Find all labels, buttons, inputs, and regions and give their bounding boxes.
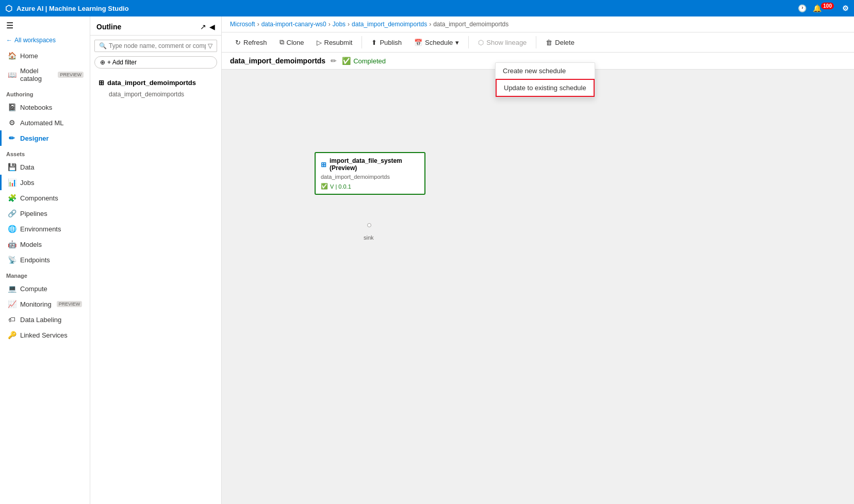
sidebar-item-linked-services[interactable]: 🔑 Linked Services xyxy=(0,327,90,343)
sidebar-item-data-labeling[interactable]: 🏷 Data Labeling xyxy=(0,312,90,327)
monitoring-icon: 📈 xyxy=(8,300,16,308)
resubmit-icon: ▷ xyxy=(317,39,322,46)
outline-title: Outline xyxy=(96,23,121,31)
model-catalog-icon: 📖 xyxy=(8,71,16,79)
sidebar-item-models[interactable]: 🤖 Models xyxy=(0,237,90,252)
node-card-status: ✅ V | 0.0.1 xyxy=(321,183,419,190)
settings-icon[interactable]: ⚙ xyxy=(842,4,849,12)
create-new-schedule-item[interactable]: Create new schedule xyxy=(496,63,595,79)
filter-icon[interactable]: ▽ xyxy=(208,42,212,49)
outline-collapse-icon[interactable]: ◀ xyxy=(209,23,215,31)
refresh-button[interactable]: ↻ Refresh xyxy=(230,36,272,49)
outline-header: Outline ↗ ◀ xyxy=(90,16,221,36)
automated-ml-icon: ⚙ xyxy=(8,119,16,127)
toolbar-divider-1 xyxy=(362,36,362,48)
publish-icon: ⬆ xyxy=(371,39,377,46)
all-workspaces-link[interactable]: ← All workspaces xyxy=(0,35,90,48)
sidebar-item-environments[interactable]: 🌐 Environments xyxy=(0,221,90,237)
endpoints-icon: 📡 xyxy=(8,256,16,264)
breadcrumb-microsoft[interactable]: Microsoft xyxy=(230,21,255,28)
clone-icon: ⧉ xyxy=(280,38,284,46)
node-connector xyxy=(367,223,371,227)
azure-logo: ⬡ xyxy=(5,4,12,13)
node-status-icon: ✅ xyxy=(321,183,328,190)
sidebar-item-home[interactable]: 🏠 Home xyxy=(0,48,90,63)
delete-button[interactable]: 🗑 Delete xyxy=(540,36,580,49)
sidebar-item-model-catalog[interactable]: 📖 Model catalog PREVIEW xyxy=(0,63,90,86)
schedule-dropdown: Create new schedule Update to existing s… xyxy=(495,62,595,97)
sidebar-item-jobs[interactable]: 📊 Jobs xyxy=(0,175,90,190)
sidebar-item-components[interactable]: 🧩 Components xyxy=(0,190,90,206)
node-icon: ⊞ xyxy=(321,161,326,169)
update-existing-schedule-item[interactable]: Update to existing schedule xyxy=(496,79,595,97)
breadcrumb-jobs[interactable]: Jobs xyxy=(333,21,346,28)
node-sink-label: sink xyxy=(364,234,374,241)
job-name: data_import_demoimportds xyxy=(230,57,325,65)
home-icon: 🏠 xyxy=(8,52,16,60)
schedule-chevron-icon: ▾ xyxy=(455,39,459,46)
authoring-section-label: Authoring xyxy=(0,86,90,99)
show-lineage-button[interactable]: ⬡ Show lineage xyxy=(473,36,532,49)
main-content: Microsoft › data-import-canary-ws0 › Job… xyxy=(222,16,854,504)
breadcrumb: Microsoft › data-import-canary-ws0 › Job… xyxy=(222,16,854,32)
node-card[interactable]: ⊞ import_data_file_system (Preview) data… xyxy=(315,152,425,195)
status-check-icon: ✅ xyxy=(342,57,351,65)
sidebar-item-endpoints[interactable]: 📡 Endpoints xyxy=(0,252,90,267)
outline-tree: ⊞ data_import_demoimportds data_import_d… xyxy=(90,73,221,104)
sidebar-item-monitoring[interactable]: 📈 Monitoring PREVIEW xyxy=(0,296,90,312)
designer-icon: ✏ xyxy=(8,134,16,142)
outline-search[interactable]: 🔍 ▽ xyxy=(94,40,217,52)
outline-actions: ↗ ◀ xyxy=(200,23,215,31)
add-filter-button[interactable]: ⊕ + Add filter xyxy=(94,56,217,69)
node-card-header: ⊞ import_data_file_system (Preview) xyxy=(321,157,419,172)
search-input[interactable] xyxy=(109,42,206,49)
sidebar-item-data[interactable]: 💾 Data xyxy=(0,159,90,175)
tree-child-item[interactable]: data_import_demoimportds xyxy=(94,89,217,100)
left-nav: ☰ ← All workspaces 🏠 Home 📖 Model catalo… xyxy=(0,16,90,504)
notification-area[interactable]: 🔔 100 xyxy=(813,4,836,12)
outline-export-icon[interactable]: ↗ xyxy=(200,23,206,31)
sidebar-item-compute[interactable]: 💻 Compute xyxy=(0,281,90,296)
breadcrumb-job-parent[interactable]: data_import_demoimportds xyxy=(352,21,427,28)
schedule-icon: 📅 xyxy=(414,39,422,46)
clock-icon[interactable]: 🕐 xyxy=(798,4,807,12)
toolbar: ↻ Refresh ⧉ Clone ▷ Resubmit ⬆ Publish 📅… xyxy=(222,32,854,53)
add-filter-icon: ⊕ xyxy=(100,59,105,66)
job-status: ✅ Completed xyxy=(342,57,386,65)
monitoring-preview-badge: PREVIEW xyxy=(57,301,83,307)
resubmit-button[interactable]: ▷ Resubmit xyxy=(311,36,358,49)
app-layout: ☰ ← All workspaces 🏠 Home 📖 Model catalo… xyxy=(0,16,854,504)
schedule-button[interactable]: 📅 Schedule ▾ xyxy=(409,36,464,49)
sidebar-item-designer[interactable]: ✏ Designer xyxy=(0,130,90,146)
tree-parent-icon: ⊞ xyxy=(98,79,104,87)
linked-services-icon: 🔑 xyxy=(8,331,16,339)
back-icon: ← xyxy=(6,37,12,44)
toolbar-divider-3 xyxy=(536,36,536,48)
breadcrumb-workspace[interactable]: data-import-canary-ws0 xyxy=(261,21,326,28)
sidebar-item-notebooks[interactable]: 📓 Notebooks xyxy=(0,99,90,115)
delete-icon: 🗑 xyxy=(546,39,552,46)
sidebar-item-pipelines[interactable]: 🔗 Pipelines xyxy=(0,206,90,221)
tree-parent-item[interactable]: ⊞ data_import_demoimportds xyxy=(94,77,217,89)
models-icon: 🤖 xyxy=(8,240,16,248)
node-card-subtitle: data_import_demoimportds xyxy=(321,174,419,180)
outline-panel: Outline ↗ ◀ 🔍 ▽ ⊕ + Add filter ⊞ data_im… xyxy=(90,16,222,504)
clone-button[interactable]: ⧉ Clone xyxy=(274,36,309,49)
assets-section-label: Assets xyxy=(0,146,90,159)
notebooks-icon: 📓 xyxy=(8,103,16,111)
bell-icon[interactable]: 🔔 xyxy=(813,4,822,12)
environments-icon: 🌐 xyxy=(8,225,16,233)
edit-icon[interactable]: ✏ xyxy=(331,57,337,65)
sidebar-item-automated-ml[interactable]: ⚙ Automated ML xyxy=(0,115,90,130)
toolbar-divider-2 xyxy=(468,36,469,48)
compute-icon: 💻 xyxy=(8,284,16,293)
data-icon: 💾 xyxy=(8,163,16,171)
components-icon: 🧩 xyxy=(8,194,16,202)
publish-button[interactable]: ⬆ Publish xyxy=(366,36,407,49)
hamburger-button[interactable]: ☰ xyxy=(0,16,90,35)
data-labeling-icon: 🏷 xyxy=(8,315,16,324)
canvas: ⊞ import_data_file_system (Preview) data… xyxy=(222,70,854,504)
breadcrumb-current: data_import_demoimportds xyxy=(433,21,508,28)
pipelines-icon: 🔗 xyxy=(8,209,16,217)
refresh-icon: ↻ xyxy=(235,39,241,46)
